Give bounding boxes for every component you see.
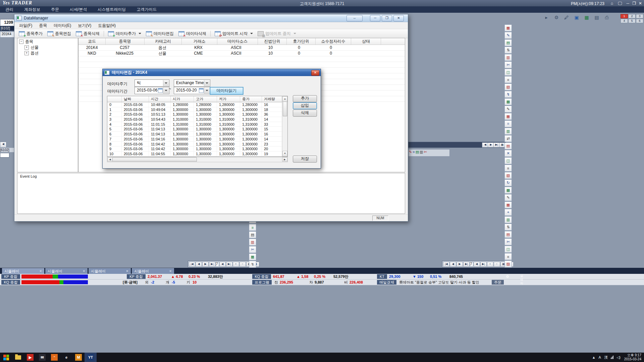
media-player-icon[interactable]: ▶ [24,353,36,362]
m-app-icon[interactable]: M [72,353,85,362]
ime-language-indicator[interactable]: A [599,355,601,359]
restore-button[interactable]: ❐ [382,15,392,21]
monitor-icon[interactable]: 🖵 [618,1,622,6]
column-header[interactable]: 날짜 [122,96,149,102]
toolbar-icon[interactable]: ≡ [504,76,512,83]
scroll-left-arrow[interactable]: ◀ [107,158,113,162]
symbol-tree[interactable]: − 종목 + 선물 + 옵션 [17,38,78,172]
timezone-combobox[interactable]: Exchange Time [174,79,210,87]
datamanager-menu-item[interactable]: 파일(F) [16,23,36,28]
column-header[interactable]: 카테고리 [145,38,182,45]
dialog-titlebar[interactable]: 데이타편집 - 201K4 [103,69,321,76]
column-header[interactable]: 소수점자리수 [316,38,351,45]
nav-button[interactable]: + [233,262,239,267]
chevron-down-icon[interactable] [139,33,141,34]
chevron-down-icon[interactable] [163,87,169,94]
chevron-down-icon[interactable] [204,80,210,86]
toolbar-icon[interactable]: ▥ [249,239,256,246]
read-data-button[interactable]: 데이타읽기 [210,87,243,95]
toolbar-icon[interactable]: ▨ [504,260,512,267]
column-header[interactable]: 고가 [194,96,217,102]
scroll-down-arrow[interactable]: ▼ [282,151,287,157]
toolbar-icon[interactable]: ◫ [504,246,512,253]
scroll-right-arrow[interactable]: ▶ [282,158,287,162]
yestrader-yt-icon[interactable]: YT [85,353,97,362]
nav-button[interactable]: + [487,262,493,267]
toolbar-icon[interactable]: ≡ [504,165,512,172]
toolbar-icon[interactable]: ⇅ [504,224,512,231]
nav-button[interactable]: ▶ [457,262,463,267]
close-icon[interactable]: ✕ [169,269,172,273]
column-header[interactable]: 데이타소스 [217,38,258,45]
toolbar-icon[interactable]: ▥ [504,128,512,135]
minimize-button[interactable]: ─ [370,15,380,21]
toolbar-icon[interactable]: ≡ [413,150,415,156]
side-mini-tabs[interactable]: 설체자 [519,274,524,285]
tick-row[interactable]: 102015-03-0611:04:551,3000001,3000001,30… [107,152,287,157]
bottom-tab[interactable]: 시뮬레이✕ [132,268,174,274]
home-icon[interactable]: ⌂ [611,1,613,6]
nav-button[interactable]: ▶| [463,262,470,267]
column-header[interactable]: 코드 [78,38,106,45]
toolbar-icon[interactable]: ◫ [504,69,512,76]
tree-root[interactable]: − 종목 [17,39,78,45]
main-menu-item[interactable]: 시스템트레이딩 [92,7,131,12]
toolbar-icon[interactable]: ▤ [504,39,512,46]
add-row-button[interactable]: 추가 [293,95,317,102]
grid-layout-icon[interactable]: ▦ [583,14,590,20]
screen-number-grid[interactable]: 123456 [621,14,643,23]
toolbar-icon[interactable]: ✄ [424,150,427,156]
toolbar-button-data-add[interactable]: +데이타추가 [106,30,144,37]
tick-row[interactable]: 22015-03-0610:51:131,3000001,3000001,300… [107,112,287,117]
tick-row[interactable]: 02015-03-0610:48:051,2800001,2800001,280… [107,102,287,107]
page-number-input[interactable]: 7 [470,262,473,266]
gear-icon[interactable]: ⚙ [506,274,509,279]
nav-button[interactable]: |◀ [189,262,195,267]
background-vertical-toolbar[interactable]: ✎≡▤▥✄▦↯ [249,216,256,268]
tick-row[interactable]: 52015-03-0611:04:131,3000001,3000001,300… [107,127,287,132]
toolbar-button-update-start[interactable]: ⟳업데이트 시작 [212,30,255,37]
dialog-close-button[interactable]: ✕ [311,70,319,76]
tick-data-grid[interactable]: 날짜시간시가고가저가종가거래량거래대금 02015-03-0610:48:051… [107,96,288,157]
tray-expand-icon[interactable]: ▲ [592,355,596,359]
mail-icon[interactable]: ✉ [36,353,48,362]
nav-button[interactable]: ▶| [209,262,215,267]
period-combobox[interactable]: 틱 [135,79,169,87]
collapse-icon[interactable]: − [19,40,23,44]
toolbar-icon[interactable]: ▩ [504,98,512,105]
datamanager-menu-item[interactable]: 보기(V) [74,23,95,28]
tick-row[interactable]: 32015-03-0610:54:431,3100001,3100001,310… [107,117,287,122]
network-icon[interactable] [611,356,613,359]
screen-number-cell[interactable]: 4 [621,19,628,23]
toolbar-button-data-delete[interactable]: ✕데이타삭제 [176,30,209,37]
calendar-icon[interactable]: ▤ [593,14,600,20]
nav-button[interactable]: |◀ [443,262,449,267]
toolbar-icon[interactable]: ↯ [504,91,512,98]
column-header[interactable]: 시간 [149,96,171,102]
scrollbar-thumb[interactable] [283,102,287,116]
datamanager-menu-item[interactable]: 데이타(E) [50,23,74,28]
screen-number-cell[interactable]: 3 [636,14,643,18]
side-mini-tab[interactable]: 설 [519,274,524,278]
main-menu-item[interactable]: 관리 [0,7,19,12]
toolbar-icon[interactable]: ▤ [504,231,512,238]
toolbar-icon[interactable]: ≡ [249,224,256,231]
chevron-down-icon[interactable] [293,33,296,34]
tree-item-options[interactable]: + 옵션 [17,50,78,56]
toolbar-icon[interactable]: ✄ [249,246,256,253]
main-menu-item[interactable]: 주문 [46,7,64,12]
toolbar-button-data-edit[interactable]: ✎데이타편집 [144,30,176,37]
scrollbar-thumb[interactable] [112,158,197,162]
close-icon[interactable]: ✕ [126,269,128,273]
toolbar-icon[interactable]: ▦ [504,24,512,32]
bottom-tab[interactable]: 시뮬레이✕ [89,268,131,274]
close-button[interactable]: ✕ [393,15,404,21]
expand-icon[interactable]: + [24,45,29,50]
background-scrollbar[interactable]: ◀ ▶ ▶| ▦ [408,142,506,148]
monitor-icon[interactable]: ▣ [573,14,580,20]
column-header[interactable]: 호가단위 [287,38,316,45]
toolbar-icon[interactable]: ⇅ [504,47,512,54]
close-icon[interactable]: ✕ [39,269,42,273]
vertical-scrollbar[interactable]: ▲ ▼ [282,96,287,157]
toolbar-icon[interactable]: ✕ [504,150,512,157]
